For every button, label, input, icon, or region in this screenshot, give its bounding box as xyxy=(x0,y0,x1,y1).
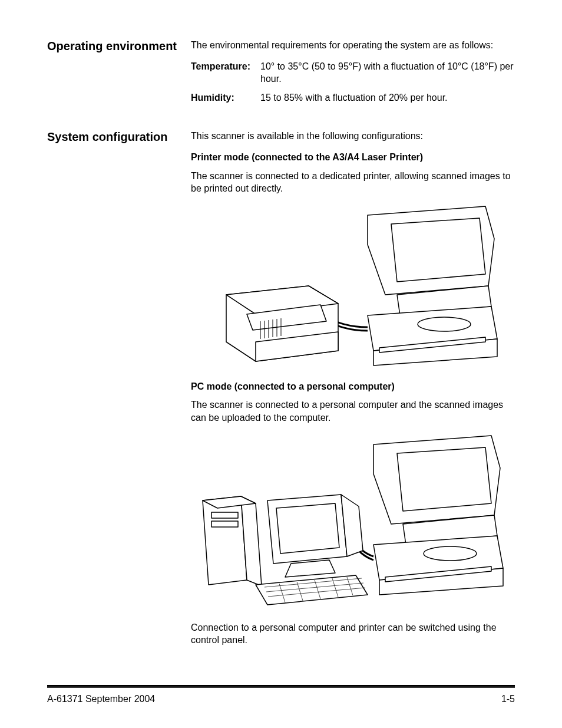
body-system-configuration: This scanner is available in the followi… xyxy=(191,130,515,654)
body-operating-environment: The environmental requirements for opera… xyxy=(191,39,515,110)
footer-right: 1-5 xyxy=(501,694,515,704)
footer-left: A-61371 September 2004 xyxy=(47,694,155,704)
pc-mode-text: The scanner is connected to a personal c… xyxy=(191,398,515,424)
printer-mode-text: The scanner is connected to a dedicated … xyxy=(191,170,515,195)
closing-text: Connection to a personal computer and pr… xyxy=(191,621,515,647)
heading-operating-environment: Operating environment xyxy=(47,39,191,54)
section-operating-environment: Operating environment The environmental … xyxy=(47,39,515,110)
spec-temperature: Temperature: 10° to 35°C (50 to 95°F) wi… xyxy=(191,60,515,85)
temperature-value: 10° to 35°C (50 to 95°F) with a fluctuat… xyxy=(260,60,515,85)
page: Operating environment The environmental … xyxy=(0,0,562,728)
humidity-label: Humidity: xyxy=(191,91,260,104)
svg-point-7 xyxy=(424,546,477,561)
footer-rule xyxy=(47,685,515,687)
temperature-label: Temperature: xyxy=(191,60,260,85)
sysconfig-intro: This scanner is available in the followi… xyxy=(191,130,515,143)
section-system-configuration: System configuration This scanner is ava… xyxy=(47,130,515,654)
svg-rect-9 xyxy=(211,521,238,527)
pc-mode-heading: PC mode (connected to a personal compute… xyxy=(191,380,515,393)
humidity-value: 15 to 85% with a fluctuation of 20% per … xyxy=(260,91,515,104)
intro-text: The environmental requirements for opera… xyxy=(191,39,515,52)
svg-point-0 xyxy=(418,317,471,331)
heading-system-configuration: System configuration xyxy=(47,130,191,144)
spec-humidity: Humidity: 15 to 85% with a fluctuation o… xyxy=(191,91,515,104)
svg-rect-8 xyxy=(211,512,238,518)
footer: A-61371 September 2004 1-5 xyxy=(47,694,515,704)
pc-scanner-illustration xyxy=(191,433,509,610)
printer-scanner-illustration xyxy=(191,203,503,368)
figure-printer-mode xyxy=(191,203,515,368)
printer-mode-heading: Printer mode (connected to the A3/A4 Las… xyxy=(191,151,515,164)
figure-pc-mode xyxy=(191,433,515,610)
